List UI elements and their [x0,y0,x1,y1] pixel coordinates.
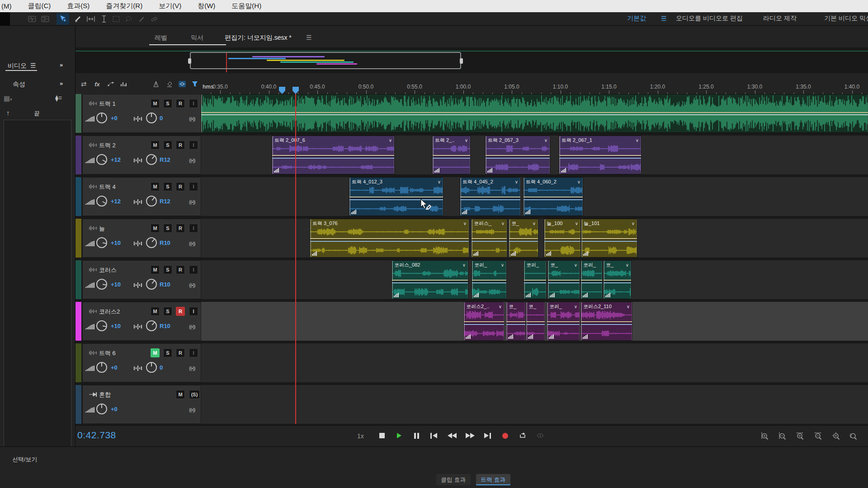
clip-header[interactable]: 코_ [526,302,545,310]
clip-dropdown-chevron-icon[interactable]: ∨ [389,138,392,143]
stop-button[interactable] [376,430,388,441]
meters-icon[interactable] [118,79,129,89]
track-1-button-r[interactable]: R [176,141,185,150]
clip-dropdown-chevron-icon[interactable]: ∨ [574,304,577,309]
clip-header[interactable]: 늘_100∨ [544,219,580,227]
track-4-button-m[interactable]: M [151,265,160,274]
volume-envelope-line[interactable] [272,155,394,156]
zoom-reset-button[interactable] [829,430,842,441]
rewind-button[interactable] [446,430,458,441]
volume-envelope-line[interactable] [559,155,641,156]
audio-clip[interactable]: 트랙 2_..∨ [433,136,470,174]
volume-envelope-line[interactable] [464,321,504,322]
clip-header[interactable]: 트랙 3_076∨ [310,219,469,227]
audio-clip[interactable]: 코_∨ [548,261,580,299]
tab-editor-active[interactable]: 편집기: 너모지임.sesx * [225,34,292,42]
volume-envelope-line[interactable] [581,238,637,239]
track-7-button-s[interactable]: (S) [189,390,200,399]
marker-funnel-icon[interactable] [189,79,201,89]
pan-knob[interactable] [146,154,157,165]
pan-envelope-line[interactable] [460,199,520,200]
audio-clip[interactable]: 코_ [526,302,545,340]
volume-envelope-line[interactable] [526,321,545,322]
track-3-button-s[interactable]: S [163,224,172,233]
track-lane-0[interactable] [201,94,868,133]
zoom-in-horizontal-button[interactable] [793,430,806,441]
audio-clip[interactable] [201,94,868,132]
spot-healing-tool[interactable] [148,13,160,25]
preset-template-icon[interactable]: ▦▾ [4,94,12,103]
play-button[interactable] [393,430,406,441]
pan-envelope-line[interactable] [581,324,632,325]
volume-knob[interactable] [96,237,107,248]
pan-envelope-line[interactable] [201,114,868,115]
pan-envelope-line[interactable] [547,324,580,325]
track-3-button-i[interactable]: I [189,224,198,233]
audio-clip[interactable]: 코러_ [524,261,546,299]
pan-knob[interactable] [146,113,157,123]
clip-header[interactable]: 코_∨ [509,219,538,227]
track-4-button-r[interactable]: R [176,265,185,274]
audio-clip[interactable]: 코러스_∨ [472,219,507,257]
pan-envelope-line[interactable] [524,199,583,200]
clip-header[interactable]: 늘_101∨ [581,219,637,227]
clip-header[interactable]: 코러_ [581,261,602,269]
pan-envelope-line[interactable] [310,241,469,242]
properties-panel-collapse-icon[interactable]: » [60,80,62,87]
track-3-button-r[interactable]: R [176,224,185,233]
pan-knob[interactable] [146,237,157,248]
clip-header[interactable]: 트랙 2_057_3∨ [486,136,550,144]
track-0-button-r[interactable]: R [176,99,185,108]
video-panel-collapse-icon[interactable]: » [60,61,62,68]
navigator-right-handle[interactable] [460,58,463,64]
volume-envelope-line[interactable] [472,238,507,239]
navigator-left-handle[interactable] [188,58,191,64]
volume-knob[interactable] [96,404,107,414]
volume-envelope-line[interactable] [201,112,868,113]
workspace-default-button[interactable]: 기본값 [627,14,646,23]
track-5-button-r[interactable]: R [176,307,185,316]
audio-clip[interactable]: 트랙 4_045_2∨ [460,178,520,216]
pan-envelope-line[interactable] [472,282,506,283]
zoom-full-button[interactable] [846,430,859,441]
slip-tool[interactable] [85,13,97,25]
skip-selection-button[interactable] [534,430,547,441]
track-lane-7[interactable] [201,385,868,424]
audio-clip[interactable]: 코러스_082∨ [392,261,468,299]
volume-envelope-line[interactable] [310,238,469,239]
clip-dropdown-chevron-icon[interactable]: ∨ [636,138,639,143]
clip-header[interactable]: 트랙 4_060_2∨ [524,178,583,186]
track-effects-tab[interactable]: 트랙 효과 [476,474,510,485]
audio-clip[interactable]: 코_ [506,302,525,340]
paintbrush-tool[interactable] [135,13,148,25]
zoom-out-horizontal-button[interactable] [811,430,824,441]
pan-envelope-line[interactable] [506,324,525,325]
pan-envelope-line[interactable] [509,241,538,242]
skip-to-end-button[interactable] [481,430,494,441]
menu-item-0[interactable]: (M) [1,2,12,10]
track-lane-3[interactable]: 트랙 3_076∨코러스_∨코_∨늘_100∨늘_101∨ [201,219,868,258]
track-lane-2[interactable]: 트랙 4_012_3∨트랙 4_045_2∨트랙 4_060_2∨ [201,177,868,216]
track-7-button-m[interactable]: M [176,390,185,399]
audio-clip[interactable]: 코러_∨ [472,261,506,299]
pan-envelope-line[interactable] [559,158,641,159]
track-1-button-s[interactable]: S [163,141,172,150]
navigator-zoom-box[interactable] [190,52,461,69]
track-6-button-s[interactable]: S [163,348,172,357]
video-panel-tab[interactable]: 비디오 [8,62,27,70]
track-1-button-i[interactable]: I [189,141,198,150]
track-6-button-i[interactable]: I [189,348,198,357]
track-2-button-r[interactable]: R [176,182,185,191]
menu-item-6[interactable]: 도움말(H) [231,2,261,10]
pan-knob[interactable] [146,320,157,331]
clip-dropdown-chevron-icon[interactable]: ∨ [632,221,635,226]
audio-clip[interactable]: 트랙 2_057_3∨ [486,136,550,174]
clip-dropdown-chevron-icon[interactable]: ∨ [462,263,466,267]
clip-header[interactable]: 트랙 2_..∨ [433,136,470,144]
clip-header[interactable]: 코_∨ [548,261,580,269]
clip-header[interactable]: 코러스2_110∨ [581,302,632,310]
track-5-button-m[interactable]: M [151,307,160,316]
clip-header[interactable]: 트랙 2_067_1∨ [559,136,641,144]
waveform-editor-button[interactable] [26,13,38,25]
volume-envelope-line[interactable] [581,280,602,281]
